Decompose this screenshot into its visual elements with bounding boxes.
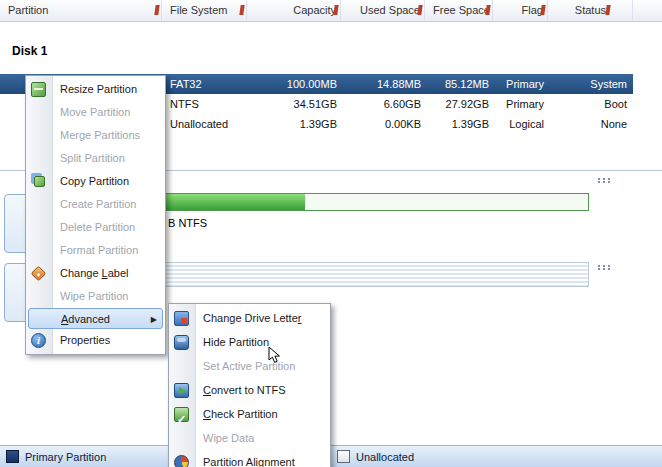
convert-to-ntfs-icon (174, 383, 189, 398)
menu-item-label: Change Label (60, 267, 129, 279)
mouse-cursor-icon (268, 346, 284, 366)
menu-item-label: Format Partition (60, 244, 138, 256)
column-header-label: Capacity (293, 4, 336, 16)
menu-item-label: Check Partition (203, 408, 278, 420)
cell-capacity: 34.51GB (247, 94, 341, 114)
cell-file-system: Unallocated (162, 114, 247, 134)
menu-item-resize-partition[interactable]: Resize Partition (26, 78, 165, 101)
column-sort-mark-icon (333, 5, 338, 15)
column-sort-mark-icon (239, 5, 244, 15)
hide-partition-icon (174, 335, 189, 350)
partition-manager-window: Partition File System Capacity Used Spac… (0, 0, 662, 467)
legend-label: Primary Partition (25, 451, 106, 463)
menu-item-merge-partitions: Merge Partitions (26, 124, 165, 147)
submenu-item-hide-partition[interactable]: Hide Partition (169, 330, 330, 354)
menu-item-label: Partition Alignment (203, 456, 295, 467)
menu-item-label: Change Drive Letter (203, 312, 301, 324)
menu-item-label: Hide Partition (203, 336, 269, 348)
cell-used-space: 14.88MB (341, 74, 425, 94)
submenu-item-wipe-data: Wipe Data (169, 426, 330, 450)
menu-item-format-partition: Format Partition (26, 239, 165, 262)
legend-label: Unallocated (356, 451, 414, 463)
menu-item-properties[interactable]: Properties (26, 329, 165, 352)
menu-item-advanced[interactable]: Advanced ▶ (28, 308, 163, 329)
column-header-file-system[interactable]: File System (162, 0, 247, 21)
cell-used-space: 0.00KB (341, 114, 425, 134)
submenu-item-convert-to-ntfs[interactable]: Convert to NTFS (169, 378, 330, 402)
submenu-item-partition-alignment[interactable]: Partition Alignment (169, 450, 330, 467)
cell-status: Boot (548, 94, 633, 114)
primary-partition-color-swatch (6, 450, 19, 463)
menu-item-wipe-partition: Wipe Partition (26, 285, 165, 308)
column-header-label: Status (575, 4, 606, 16)
copy-partition-icon (34, 176, 45, 187)
menu-item-label: Split Partition (60, 152, 125, 164)
cell-free-space: 1.39GB (425, 114, 493, 134)
column-header-used-space[interactable]: Used Space (341, 0, 425, 21)
legend-unallocated: Unallocated (337, 450, 414, 463)
row-grip-dots-icon (598, 265, 600, 267)
cell-capacity: 100.00MB (247, 74, 341, 94)
menu-item-label: Delete Partition (60, 221, 135, 233)
cell-free-space: 85.12MB (425, 74, 493, 94)
column-header-free-space[interactable]: Free Space (425, 0, 493, 21)
menu-item-label: Wipe Partition (60, 290, 128, 302)
menu-item-label: Create Partition (60, 198, 136, 210)
resize-partition-icon (31, 82, 46, 97)
unallocated-color-swatch (337, 450, 350, 463)
column-header-flag[interactable]: Flag (493, 0, 548, 21)
cell-status: None (548, 114, 633, 134)
column-header-capacity[interactable]: Capacity (247, 0, 341, 21)
submenu-item-set-active-partition: Set Active Partition (169, 354, 330, 378)
cell-flag: Primary (493, 94, 548, 114)
menu-item-label: Convert to NTFS (203, 384, 286, 396)
column-header-status[interactable]: Status (548, 0, 633, 21)
column-sort-mark-icon (485, 5, 490, 15)
cell-capacity: 1.39GB (247, 114, 341, 134)
column-sort-mark-icon (540, 5, 545, 15)
change-drive-letter-icon (174, 311, 189, 326)
menu-item-label: Advanced (61, 313, 110, 325)
cell-free-space: 27.92GB (425, 94, 493, 114)
partition-alignment-icon (174, 455, 189, 467)
submenu-item-change-drive-letter[interactable]: Change Drive Letter (169, 306, 330, 330)
menu-item-label: Properties (60, 334, 110, 346)
cell-flag: Logical (493, 114, 548, 134)
column-header-label: File System (170, 4, 227, 16)
table-header: Partition File System Capacity Used Spac… (0, 0, 662, 22)
cell-file-system: NTFS (162, 94, 247, 114)
menu-item-label: Merge Partitions (60, 129, 140, 141)
change-label-icon (31, 266, 47, 282)
column-sort-mark-icon (417, 5, 422, 15)
column-header-label: Partition (8, 4, 48, 16)
context-menu: Resize Partition Move Partition Merge Pa… (25, 75, 166, 355)
column-sort-mark-icon (154, 5, 159, 15)
submenu-item-check-partition[interactable]: Check Partition (169, 402, 330, 426)
column-header-label: Free Space (433, 4, 490, 16)
column-header-label: Used Space (360, 4, 420, 16)
disk-group-label: Disk 1 (12, 44, 47, 58)
menu-item-label: Resize Partition (60, 83, 137, 95)
menu-item-move-partition: Move Partition (26, 101, 165, 124)
menu-item-change-label[interactable]: Change Label (26, 262, 165, 285)
legend-primary-partition: Primary Partition (6, 450, 106, 463)
legend-status-bar: Primary Partition Unallocated (0, 445, 662, 467)
column-sort-mark-icon (605, 5, 610, 15)
menu-item-copy-partition[interactable]: Copy Partition (26, 170, 165, 193)
cell-flag: Primary (493, 74, 548, 94)
properties-icon (31, 333, 46, 348)
advanced-submenu: Change Drive Letter Hide Partition Set A… (168, 303, 331, 467)
cell-status: System (548, 74, 633, 94)
submenu-arrow-icon: ▶ (151, 309, 157, 330)
menu-item-delete-partition: Delete Partition (26, 216, 165, 239)
menu-item-label: Wipe Data (203, 432, 254, 444)
menu-item-create-partition: Create Partition (26, 193, 165, 216)
menu-item-label: Copy Partition (60, 175, 129, 187)
partition-bar-label: B NTFS (168, 217, 207, 229)
row-grip-dots-icon (598, 178, 600, 180)
cell-file-system: FAT32 (162, 74, 247, 94)
menu-item-label: Move Partition (60, 106, 130, 118)
column-header-partition[interactable]: Partition (0, 0, 162, 21)
check-partition-icon (174, 407, 189, 422)
cell-used-space: 6.60GB (341, 94, 425, 114)
